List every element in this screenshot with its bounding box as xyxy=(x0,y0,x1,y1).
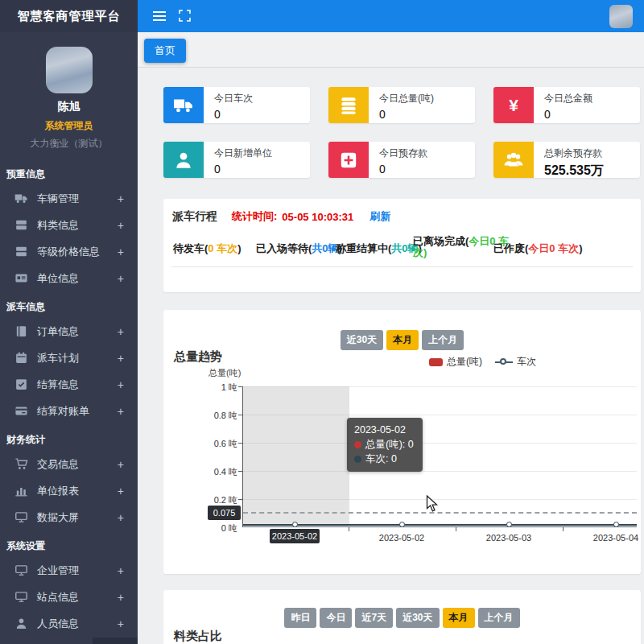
sidebar-item-dispatch-plan[interactable]: 派车计划 + xyxy=(0,345,138,371)
monitor-icon xyxy=(14,564,28,577)
data-point[interactable] xyxy=(613,522,619,527)
stat-card-new-units[interactable]: 今日新增单位0 xyxy=(163,142,310,178)
stat-value: 0 xyxy=(379,163,475,175)
truck-icon xyxy=(14,192,28,205)
sidebar-item-transaction-info[interactable]: 交易信息 + xyxy=(0,451,138,477)
markline-dashed xyxy=(243,512,637,514)
status-entered-waiting[interactable]: 已入场等待(共0辆) xyxy=(256,242,342,256)
sidebar-item-label: 结算对账单 xyxy=(37,404,89,419)
expand-plus-icon[interactable]: + xyxy=(118,406,124,417)
topbar-avatar[interactable] xyxy=(609,5,633,28)
x-tick-label: 2023-05-02 xyxy=(369,533,434,543)
stat-label: 今日预存款 xyxy=(379,147,475,160)
expand-plus-icon[interactable]: + xyxy=(118,379,124,390)
range-button-today[interactable]: 今日 xyxy=(320,608,352,628)
stat-cards: 今日车次0 今日总量(吨)0 ¥ 今日总金额0 今日新增单位0 今日预存款0 总… xyxy=(163,87,640,178)
data-point[interactable] xyxy=(292,522,298,527)
id-card-icon xyxy=(14,271,28,285)
sidebar-item-label: 人员信息 xyxy=(37,617,79,631)
stat-card-today-deposit[interactable]: 今日预存款0 xyxy=(328,142,475,178)
range-button-30days[interactable]: 近30天 xyxy=(396,608,439,628)
legend-bar-marker-icon xyxy=(429,358,443,366)
status-voided[interactable]: 已作废(今日0 车次) xyxy=(493,242,583,256)
y-tick-label: 1 吨 xyxy=(196,382,237,394)
stat-label: 今日新增单位 xyxy=(214,147,310,160)
expand-plus-icon[interactable]: + xyxy=(118,565,124,576)
status-weighing-settling[interactable]: 称重结算中(共0辆) xyxy=(336,242,422,256)
y-tick-label: 0.4 吨 xyxy=(196,466,237,478)
sidebar-item-settlement-statement[interactable]: 结算对账单 + xyxy=(0,398,138,424)
medical-plus-icon xyxy=(328,142,369,178)
axis-pointer-label: 2023-05-02 xyxy=(270,529,320,543)
sidebar-item-label: 单位信息 xyxy=(37,271,79,286)
range-button-this-month[interactable]: 本月 xyxy=(443,608,475,628)
stat-card-today-trips[interactable]: 今日车次0 xyxy=(163,87,310,123)
data-point[interactable] xyxy=(399,522,405,527)
sidebar-item-grade-price[interactable]: 等级价格信息 + xyxy=(0,238,138,265)
sidebar-item-site-info[interactable]: 站点信息 + xyxy=(0,584,138,610)
material-range-buttons: 昨日 今日 近7天 近30天 本月 上个月 xyxy=(163,608,641,628)
range-button-this-month[interactable]: 本月 xyxy=(386,330,419,350)
check-square-icon xyxy=(14,378,28,391)
trend-chart-panel: 近30天 本月 上个月 总量趋势 总量(吨) 车次 总量(吨) 1 吨 0.8 … xyxy=(163,310,641,574)
range-button-7days[interactable]: 近7天 xyxy=(355,608,393,628)
sidebar-menu: 预重信息 车辆管理 + 料类信息 + 等级价格信息 + 单位信息 + 派车信息 … xyxy=(0,159,138,637)
y-axis-title: 总量(吨) xyxy=(208,367,241,379)
fullscreen-icon[interactable] xyxy=(179,10,191,22)
sidebar-item-order-info[interactable]: 订单信息 + xyxy=(0,318,138,345)
tooltip-row: 总量(吨): 0 xyxy=(365,437,414,452)
sidebar-item-data-screen[interactable]: 数据大屏 + xyxy=(0,504,138,530)
sidebar-item-label: 订单信息 xyxy=(37,324,79,339)
legend-tonnage[interactable]: 总量(吨) xyxy=(429,355,482,369)
tooltip-dot-red-icon xyxy=(354,441,361,448)
expand-plus-icon[interactable]: + xyxy=(118,485,124,497)
expand-plus-icon[interactable]: + xyxy=(118,618,124,630)
sidebar-item-settlement-info[interactable]: 结算信息 + xyxy=(0,371,138,398)
sidebar-item-label: 交易信息 xyxy=(37,457,79,472)
cart-icon xyxy=(14,457,28,471)
sidebar-item-vehicle-mgmt[interactable]: 车辆管理 + xyxy=(0,185,138,212)
tooltip-title: 2023-05-02 xyxy=(354,423,414,437)
expand-plus-icon[interactable]: + xyxy=(118,353,124,364)
expand-plus-icon[interactable]: + xyxy=(118,512,124,523)
sidebar-item-unit-info[interactable]: 单位信息 + xyxy=(0,265,138,291)
data-point[interactable] xyxy=(506,522,512,527)
expand-plus-icon[interactable]: + xyxy=(118,459,124,470)
expand-plus-icon[interactable]: + xyxy=(118,592,124,603)
expand-plus-icon[interactable]: + xyxy=(118,193,124,204)
range-button-30days[interactable]: 近30天 xyxy=(341,330,383,350)
stat-card-today-amount[interactable]: ¥ 今日总金额0 xyxy=(493,87,640,123)
tab-home[interactable]: 首页 xyxy=(144,39,186,63)
range-button-yesterday[interactable]: 昨日 xyxy=(284,608,316,628)
material-ratio-title: 料类占比 xyxy=(174,629,222,644)
calendar-icon xyxy=(14,351,28,365)
user-avatar[interactable] xyxy=(46,47,93,93)
stat-card-today-tonnage[interactable]: 今日总量(吨)0 xyxy=(328,87,475,123)
sidebar-item-enterprise-mgmt[interactable]: 企业管理 + xyxy=(0,557,138,584)
expand-plus-icon[interactable]: + xyxy=(118,246,124,258)
status-waiting-dispatch[interactable]: 待发车(0 车次) xyxy=(173,242,242,256)
range-button-last-month[interactable]: 上个月 xyxy=(478,608,520,628)
expand-plus-icon[interactable]: + xyxy=(118,326,124,337)
users-icon xyxy=(493,142,534,178)
expand-plus-icon[interactable]: + xyxy=(118,273,124,284)
range-button-last-month[interactable]: 上个月 xyxy=(422,330,464,350)
legend-line-marker-icon xyxy=(495,358,513,366)
person-icon xyxy=(14,617,28,630)
menu-toggle-icon[interactable] xyxy=(153,11,166,21)
chart-tooltip: 2023-05-02 总量(吨): 0 车次: 0 xyxy=(347,418,423,472)
sidebar-item-personnel-info[interactable]: 人员信息 + xyxy=(0,610,138,637)
sidebar-item-label: 车辆管理 xyxy=(37,192,79,206)
refresh-link[interactable]: 刷新 xyxy=(369,209,390,224)
expand-plus-icon[interactable]: + xyxy=(118,220,124,231)
sidebar-item-label: 料类信息 xyxy=(37,218,79,233)
sidebar-item-unit-report[interactable]: 单位报表 + xyxy=(0,477,138,504)
chart-plot-area[interactable] xyxy=(242,386,637,527)
legend-trips[interactable]: 车次 xyxy=(495,355,536,369)
stat-card-total-deposit[interactable]: 总剩余预存款525.535万 xyxy=(493,142,640,178)
sidebar-item-material-info[interactable]: 料类信息 + xyxy=(0,212,138,238)
stat-label: 总剩余预存款 xyxy=(544,147,640,160)
material-ratio-panel: 昨日 今日 近7天 近30天 本月 上个月 料类占比 xyxy=(163,590,641,644)
yuan-icon: ¥ xyxy=(493,87,534,123)
stat-label: 今日总量(吨) xyxy=(379,92,475,105)
